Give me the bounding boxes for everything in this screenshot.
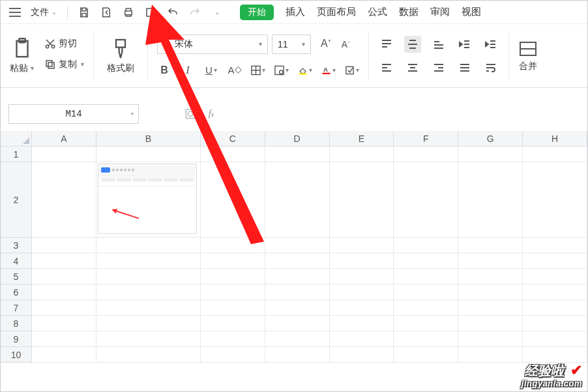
- cell[interactable]: [201, 285, 265, 300]
- col-header[interactable]: A: [32, 131, 96, 147]
- tab-page-layout[interactable]: 页面布局: [317, 6, 356, 18]
- font-name-select[interactable]: 宋体 ▾: [157, 35, 268, 54]
- hamburger-icon[interactable]: [6, 3, 24, 21]
- cell[interactable]: [523, 331, 587, 347]
- cell[interactable]: [32, 253, 96, 269]
- col-header[interactable]: D: [265, 131, 330, 147]
- cell[interactable]: [458, 147, 523, 162]
- cell[interactable]: [458, 269, 523, 285]
- tab-formula[interactable]: 公式: [368, 6, 387, 18]
- cell[interactable]: [265, 269, 330, 285]
- cell[interactable]: [201, 347, 265, 363]
- cell[interactable]: [96, 300, 201, 316]
- cell[interactable]: [265, 162, 330, 238]
- select-all-corner[interactable]: [1, 131, 32, 147]
- cell[interactable]: [265, 147, 330, 162]
- cell[interactable]: [330, 238, 394, 253]
- cell[interactable]: [96, 316, 201, 331]
- cell[interactable]: [201, 147, 265, 162]
- cell[interactable]: [523, 347, 587, 363]
- cell[interactable]: [394, 331, 458, 347]
- col-header[interactable]: C: [201, 131, 265, 147]
- tab-start[interactable]: 开始: [240, 5, 274, 20]
- col-header[interactable]: E: [330, 131, 394, 147]
- customize-qat-icon[interactable]: ⌄: [207, 3, 227, 22]
- cell[interactable]: [394, 347, 458, 363]
- cell[interactable]: [265, 285, 330, 300]
- cell[interactable]: [32, 285, 96, 300]
- paste-button[interactable]: 粘贴 ▾: [6, 35, 38, 77]
- cell[interactable]: [201, 316, 265, 331]
- row-header[interactable]: 9: [1, 331, 32, 347]
- align-bottom-icon[interactable]: [430, 36, 447, 53]
- print-preview-icon[interactable]: [141, 3, 160, 22]
- cell[interactable]: [458, 162, 523, 238]
- cut-button[interactable]: 剪切: [44, 38, 84, 49]
- align-left-icon[interactable]: [378, 59, 395, 76]
- row-header[interactable]: 1: [1, 147, 32, 162]
- italic-icon[interactable]: I: [181, 63, 195, 77]
- cell[interactable]: [523, 238, 587, 253]
- print-icon[interactable]: [119, 3, 138, 22]
- cell[interactable]: [330, 331, 394, 347]
- file-menu[interactable]: 文件 ⌄: [27, 7, 61, 18]
- cell[interactable]: [201, 269, 265, 285]
- align-middle-icon[interactable]: [404, 36, 421, 53]
- cell[interactable]: [32, 162, 96, 238]
- cell[interactable]: [394, 316, 458, 331]
- save-icon[interactable]: [74, 3, 94, 22]
- cell[interactable]: [96, 331, 201, 347]
- cell[interactable]: [458, 300, 523, 316]
- cell[interactable]: [523, 162, 587, 238]
- cell[interactable]: [96, 147, 201, 162]
- cell[interactable]: [201, 238, 265, 253]
- copy-button[interactable]: 复制 ▾: [44, 59, 84, 70]
- col-header[interactable]: H: [523, 131, 587, 147]
- cell[interactable]: [394, 238, 458, 253]
- increase-font-icon[interactable]: A+: [319, 37, 333, 51]
- cell[interactable]: [394, 285, 458, 300]
- cell[interactable]: [458, 238, 523, 253]
- cell[interactable]: [523, 147, 587, 162]
- cell[interactable]: [96, 285, 201, 300]
- font-size-select[interactable]: 11 ▾: [272, 35, 311, 54]
- col-header[interactable]: B: [96, 131, 201, 147]
- cancel-fx-icon[interactable]: [183, 107, 198, 121]
- cell[interactable]: [523, 285, 587, 300]
- align-center-icon[interactable]: [404, 59, 421, 76]
- name-box[interactable]: M14 ▾: [8, 104, 139, 124]
- cell-b2[interactable]: [96, 162, 201, 238]
- cell[interactable]: [201, 331, 265, 347]
- cell[interactable]: [96, 238, 201, 253]
- decrease-font-icon[interactable]: A-: [338, 37, 353, 51]
- cell[interactable]: [201, 253, 265, 269]
- cell[interactable]: [330, 300, 394, 316]
- row-header[interactable]: 7: [1, 300, 32, 316]
- cell[interactable]: [201, 300, 265, 316]
- cell[interactable]: [265, 300, 330, 316]
- borders-icon[interactable]: ▾: [251, 63, 265, 77]
- cell[interactable]: [96, 253, 201, 269]
- cell[interactable]: [96, 269, 201, 285]
- tab-view[interactable]: 视图: [462, 6, 481, 18]
- cell[interactable]: [32, 238, 96, 253]
- fill-color-icon[interactable]: ▾: [298, 63, 312, 77]
- font-color-icon[interactable]: A▾: [321, 63, 336, 77]
- cell[interactable]: [32, 347, 96, 363]
- increase-indent-icon[interactable]: [482, 36, 499, 53]
- align-top-icon[interactable]: [378, 36, 395, 53]
- clear-format-icon[interactable]: ▾: [345, 63, 359, 77]
- cell[interactable]: [523, 253, 587, 269]
- cell[interactable]: [32, 269, 96, 285]
- cell[interactable]: [32, 331, 96, 347]
- col-header[interactable]: G: [458, 131, 523, 147]
- underline-icon[interactable]: U▾: [204, 63, 218, 77]
- redo-icon[interactable]: [185, 3, 205, 22]
- embedded-image[interactable]: [98, 163, 197, 234]
- wrap-text-icon[interactable]: [482, 59, 499, 76]
- cell[interactable]: [265, 347, 330, 363]
- row-header[interactable]: 3: [1, 238, 32, 253]
- cell[interactable]: [330, 269, 394, 285]
- cell[interactable]: [394, 253, 458, 269]
- cell[interactable]: [458, 285, 523, 300]
